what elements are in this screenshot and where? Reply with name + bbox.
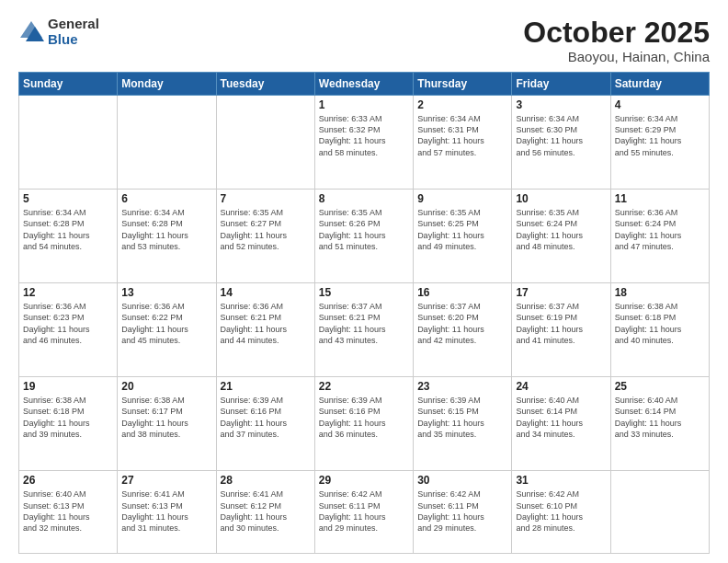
day-number: 26	[23, 474, 113, 487]
day-info: Sunrise: 6:35 AM Sunset: 6:25 PM Dayligh…	[417, 207, 507, 252]
logo-blue: Blue	[48, 32, 99, 48]
col-wednesday: Wednesday	[314, 73, 413, 96]
col-monday: Monday	[118, 73, 216, 96]
title-block: October 2025 Baoyou, Hainan, China	[523, 17, 710, 64]
day-info: Sunrise: 6:34 AM Sunset: 6:30 PM Dayligh…	[516, 113, 606, 158]
day-number: 17	[516, 286, 606, 299]
day-cell: 5Sunrise: 6:34 AM Sunset: 6:28 PM Daylig…	[19, 190, 118, 283]
day-info: Sunrise: 6:35 AM Sunset: 6:27 PM Dayligh…	[221, 207, 311, 252]
day-info: Sunrise: 6:39 AM Sunset: 6:15 PM Dayligh…	[417, 395, 507, 440]
day-cell: 19Sunrise: 6:38 AM Sunset: 6:18 PM Dayli…	[19, 377, 118, 471]
day-number: 12	[23, 286, 113, 299]
day-number: 21	[221, 380, 311, 393]
header-row: Sunday Monday Tuesday Wednesday Thursday…	[19, 73, 710, 96]
day-number: 5	[23, 192, 113, 205]
day-cell	[118, 96, 216, 190]
day-info: Sunrise: 6:39 AM Sunset: 6:16 PM Dayligh…	[221, 395, 311, 440]
day-cell: 4Sunrise: 6:34 AM Sunset: 6:29 PM Daylig…	[610, 96, 709, 190]
day-info: Sunrise: 6:38 AM Sunset: 6:18 PM Dayligh…	[615, 301, 705, 346]
day-info: Sunrise: 6:34 AM Sunset: 6:28 PM Dayligh…	[23, 207, 113, 252]
day-info: Sunrise: 6:37 AM Sunset: 6:21 PM Dayligh…	[319, 301, 409, 346]
day-cell: 11Sunrise: 6:36 AM Sunset: 6:24 PM Dayli…	[610, 190, 709, 283]
day-cell: 15Sunrise: 6:37 AM Sunset: 6:21 PM Dayli…	[314, 283, 413, 377]
day-info: Sunrise: 6:35 AM Sunset: 6:24 PM Dayligh…	[516, 207, 606, 252]
day-info: Sunrise: 6:42 AM Sunset: 6:11 PM Dayligh…	[319, 488, 409, 534]
day-cell: 14Sunrise: 6:36 AM Sunset: 6:21 PM Dayli…	[216, 283, 314, 377]
day-number: 19	[23, 380, 113, 393]
day-cell: 20Sunrise: 6:38 AM Sunset: 6:17 PM Dayli…	[118, 377, 216, 471]
day-cell: 13Sunrise: 6:36 AM Sunset: 6:22 PM Dayli…	[118, 283, 216, 377]
logo-icon	[18, 19, 44, 45]
logo: General Blue	[18, 17, 99, 47]
calendar-title: October 2025	[523, 17, 710, 49]
day-info: Sunrise: 6:38 AM Sunset: 6:17 PM Dayligh…	[121, 395, 211, 440]
week-row-3: 12Sunrise: 6:36 AM Sunset: 6:23 PM Dayli…	[19, 283, 710, 377]
day-number: 1	[319, 98, 409, 111]
day-number: 15	[319, 286, 409, 299]
day-number: 24	[516, 380, 606, 393]
calendar-table: Sunday Monday Tuesday Wednesday Thursday…	[18, 72, 710, 554]
day-cell	[19, 96, 118, 190]
day-number: 27	[121, 474, 211, 487]
day-number: 7	[221, 192, 311, 205]
day-info: Sunrise: 6:36 AM Sunset: 6:21 PM Dayligh…	[221, 301, 311, 346]
day-cell: 2Sunrise: 6:34 AM Sunset: 6:31 PM Daylig…	[414, 96, 512, 190]
day-number: 13	[121, 286, 211, 299]
day-info: Sunrise: 6:41 AM Sunset: 6:12 PM Dayligh…	[221, 488, 311, 534]
day-info: Sunrise: 6:36 AM Sunset: 6:22 PM Dayligh…	[121, 301, 211, 346]
day-cell: 16Sunrise: 6:37 AM Sunset: 6:20 PM Dayli…	[414, 283, 512, 377]
day-info: Sunrise: 6:37 AM Sunset: 6:19 PM Dayligh…	[516, 301, 606, 346]
day-info: Sunrise: 6:33 AM Sunset: 6:32 PM Dayligh…	[319, 113, 409, 158]
day-number: 23	[417, 380, 507, 393]
day-cell: 24Sunrise: 6:40 AM Sunset: 6:14 PM Dayli…	[512, 377, 610, 471]
day-number: 9	[417, 192, 507, 205]
day-info: Sunrise: 6:42 AM Sunset: 6:10 PM Dayligh…	[516, 488, 606, 534]
day-cell: 28Sunrise: 6:41 AM Sunset: 6:12 PM Dayli…	[216, 471, 314, 554]
day-info: Sunrise: 6:35 AM Sunset: 6:26 PM Dayligh…	[319, 207, 409, 252]
day-number: 31	[516, 474, 606, 487]
day-cell: 27Sunrise: 6:41 AM Sunset: 6:13 PM Dayli…	[118, 471, 216, 554]
day-number: 30	[417, 474, 507, 487]
day-number: 18	[615, 286, 705, 299]
day-cell: 6Sunrise: 6:34 AM Sunset: 6:28 PM Daylig…	[118, 190, 216, 283]
day-number: 4	[615, 98, 705, 111]
day-cell: 26Sunrise: 6:40 AM Sunset: 6:13 PM Dayli…	[19, 471, 118, 554]
logo-text: General Blue	[48, 17, 99, 47]
day-info: Sunrise: 6:34 AM Sunset: 6:29 PM Dayligh…	[615, 113, 705, 158]
day-info: Sunrise: 6:38 AM Sunset: 6:18 PM Dayligh…	[23, 395, 113, 440]
col-saturday: Saturday	[610, 73, 709, 96]
day-cell: 17Sunrise: 6:37 AM Sunset: 6:19 PM Dayli…	[512, 283, 610, 377]
day-number: 14	[221, 286, 311, 299]
col-friday: Friday	[512, 73, 610, 96]
day-cell: 18Sunrise: 6:38 AM Sunset: 6:18 PM Dayli…	[610, 283, 709, 377]
day-cell: 7Sunrise: 6:35 AM Sunset: 6:27 PM Daylig…	[216, 190, 314, 283]
day-number: 11	[615, 192, 705, 205]
day-info: Sunrise: 6:40 AM Sunset: 6:13 PM Dayligh…	[23, 488, 113, 534]
day-cell: 12Sunrise: 6:36 AM Sunset: 6:23 PM Dayli…	[19, 283, 118, 377]
day-number: 6	[121, 192, 211, 205]
day-cell: 25Sunrise: 6:40 AM Sunset: 6:14 PM Dayli…	[610, 377, 709, 471]
calendar-subtitle: Baoyou, Hainan, China	[523, 49, 710, 64]
day-number: 16	[417, 286, 507, 299]
day-cell: 29Sunrise: 6:42 AM Sunset: 6:11 PM Dayli…	[314, 471, 413, 554]
day-cell: 10Sunrise: 6:35 AM Sunset: 6:24 PM Dayli…	[512, 190, 610, 283]
day-number: 25	[615, 380, 705, 393]
day-cell: 22Sunrise: 6:39 AM Sunset: 6:16 PM Dayli…	[314, 377, 413, 471]
day-info: Sunrise: 6:41 AM Sunset: 6:13 PM Dayligh…	[121, 488, 211, 534]
day-info: Sunrise: 6:34 AM Sunset: 6:31 PM Dayligh…	[417, 113, 507, 158]
day-info: Sunrise: 6:40 AM Sunset: 6:14 PM Dayligh…	[516, 395, 606, 440]
day-cell: 9Sunrise: 6:35 AM Sunset: 6:25 PM Daylig…	[414, 190, 512, 283]
day-number: 28	[221, 474, 311, 487]
day-number: 8	[319, 192, 409, 205]
day-number: 3	[516, 98, 606, 111]
day-info: Sunrise: 6:36 AM Sunset: 6:23 PM Dayligh…	[23, 301, 113, 346]
day-number: 10	[516, 192, 606, 205]
week-row-2: 5Sunrise: 6:34 AM Sunset: 6:28 PM Daylig…	[19, 190, 710, 283]
week-row-5: 26Sunrise: 6:40 AM Sunset: 6:13 PM Dayli…	[19, 471, 710, 554]
day-cell: 30Sunrise: 6:42 AM Sunset: 6:11 PM Dayli…	[414, 471, 512, 554]
day-info: Sunrise: 6:40 AM Sunset: 6:14 PM Dayligh…	[615, 395, 705, 440]
page: General Blue October 2025 Baoyou, Hainan…	[0, 0, 728, 563]
week-row-4: 19Sunrise: 6:38 AM Sunset: 6:18 PM Dayli…	[19, 377, 710, 471]
week-row-1: 1Sunrise: 6:33 AM Sunset: 6:32 PM Daylig…	[19, 96, 710, 190]
day-info: Sunrise: 6:34 AM Sunset: 6:28 PM Dayligh…	[121, 207, 211, 252]
